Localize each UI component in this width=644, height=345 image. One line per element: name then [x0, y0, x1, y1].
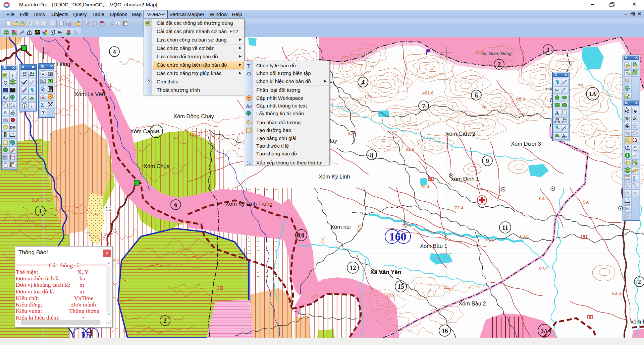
svg-text:Xóm Kỳ Linh Trong: Xóm Kỳ Linh Trong [225, 201, 272, 207]
svg-text:i: i [24, 104, 25, 109]
svg-text:Xóm núi: Xóm núi [330, 224, 351, 230]
svg-text:A: A [10, 102, 12, 105]
svg-text:6: 6 [174, 201, 177, 208]
svg-text:1: 1 [39, 208, 42, 215]
svg-text:Xóm Bầu 1: Xóm Bầu 1 [420, 243, 447, 249]
svg-text:i: i [627, 153, 628, 158]
svg-text:78.4: 78.4 [421, 184, 430, 189]
svg-text:Σ: Σ [41, 102, 44, 108]
svg-text:125.3: 125.3 [189, 132, 201, 137]
svg-text:68.8: 68.8 [516, 96, 525, 101]
svg-text:Xóm La Vến: Xóm La Vến [74, 91, 105, 97]
svg-text:81.9: 81.9 [406, 147, 414, 152]
svg-text:xóm Đinh 1: xóm Đinh 1 [451, 176, 479, 182]
svg-text:2: 2 [638, 278, 641, 285]
svg-text:65.6: 65.6 [520, 234, 529, 239]
svg-text:xóm Giữa 2: xóm Giữa 2 [446, 131, 475, 137]
svg-text:i: i [29, 31, 30, 35]
svg-text:Xóm Đồng Cháy: Xóm Đồng Cháy [173, 113, 214, 119]
svg-text:15: 15 [398, 283, 404, 290]
svg-text:2: 2 [497, 61, 501, 68]
svg-text:1 5: 1 5 [625, 198, 629, 201]
svg-text:63.2: 63.2 [539, 196, 548, 201]
svg-text:4: 4 [113, 48, 116, 55]
svg-text:63.3: 63.3 [612, 291, 621, 296]
svg-text:175: 175 [364, 94, 372, 99]
svg-text:481.6: 481.6 [422, 90, 434, 95]
svg-text:3A: 3A [541, 328, 548, 334]
svg-text:79.9: 79.9 [402, 223, 411, 228]
svg-text:4: 4 [361, 79, 365, 86]
svg-text:núi Giám Hồng: núi Giám Hồng [481, 51, 512, 56]
svg-text:100: 100 [475, 50, 483, 55]
svg-text:P: P [29, 21, 31, 25]
svg-text:i: i [31, 104, 32, 109]
svg-text:15: 15 [80, 329, 92, 338]
svg-text:Hồng: Hồng [57, 61, 70, 67]
svg-text:Q: Q [247, 71, 251, 76]
svg-text:70.7: 70.7 [485, 238, 494, 243]
svg-text:A: A [2, 95, 6, 100]
svg-text:1A: 1A [589, 91, 597, 97]
svg-text:Σ: Σ [633, 176, 636, 181]
svg-text:A: A [246, 104, 250, 109]
svg-text:A: A [555, 110, 559, 116]
svg-text:?: ? [42, 110, 45, 115]
svg-text:75: 75 [578, 83, 583, 88]
svg-text:A: A [247, 160, 249, 163]
svg-text:K: K [3, 110, 7, 115]
svg-text:59.: 59. [583, 200, 589, 205]
svg-text:7: 7 [422, 102, 425, 110]
svg-text:9: 9 [486, 157, 489, 164]
svg-text:Xóm Bầu 2: Xóm Bầu 2 [459, 300, 486, 306]
svg-text:CD: CD [3, 156, 6, 158]
svg-text:12: 12 [350, 264, 356, 271]
svg-text:Xóm Chùa: Xóm Chùa [144, 163, 170, 169]
svg-text:Xóm Dưới 3: Xóm Dưới 3 [511, 141, 541, 147]
svg-text:93.4: 93.4 [348, 131, 357, 136]
svg-text:11: 11 [502, 224, 508, 231]
svg-text:i: i [23, 30, 24, 34]
svg-text:15: 15 [105, 206, 111, 212]
svg-text:256.3: 256.3 [179, 220, 191, 225]
svg-text:A: A [562, 133, 566, 139]
svg-text:2: 2 [163, 317, 167, 324]
svg-text:Z: Z [247, 163, 248, 166]
svg-text:64.4: 64.4 [539, 266, 548, 271]
svg-text:954.0: 954.0 [32, 198, 43, 203]
svg-text:Xã Văn Yên: Xã Văn Yên [370, 269, 401, 275]
svg-text:75: 75 [482, 105, 487, 110]
svg-text:6: 6 [475, 92, 478, 99]
svg-text:DM: DM [10, 126, 15, 130]
svg-text:10: 10 [298, 232, 305, 239]
svg-text:T: T [11, 73, 14, 78]
svg-text:?: ? [147, 79, 150, 84]
svg-text:Xóm Kỳ Linh: Xóm Kỳ Linh [319, 174, 350, 180]
svg-text:xóm Đ: xóm Đ [631, 319, 644, 325]
svg-text:100: 100 [386, 293, 394, 298]
svg-text:111.7: 111.7 [443, 285, 454, 290]
svg-text:Z: Z [10, 105, 12, 108]
svg-text:1 5: 1 5 [10, 132, 14, 135]
svg-text:16: 16 [442, 327, 448, 334]
svg-text:T: T [247, 63, 250, 69]
svg-text:73.4: 73.4 [454, 205, 464, 210]
svg-text:1: 1 [546, 46, 550, 53]
svg-text:160: 160 [389, 230, 407, 243]
svg-text:?: ? [626, 146, 628, 150]
svg-text:5B: 5B [153, 128, 160, 135]
svg-text:Q: Q [3, 80, 7, 85]
svg-text:8: 8 [370, 151, 373, 158]
